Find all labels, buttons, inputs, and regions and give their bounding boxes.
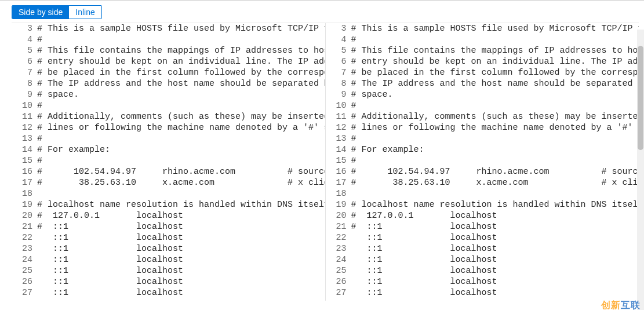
- code-line[interactable]: 12# lines or following the machine name …: [12, 122, 325, 133]
- line-number: 14: [12, 144, 37, 155]
- scrollbar-thumb[interactable]: [638, 46, 643, 150]
- line-text: # 38.25.63.10 x.acme.com # x client hos: [37, 177, 325, 188]
- line-number: 8: [326, 78, 351, 89]
- code-line[interactable]: 27 ::1 localhost: [12, 287, 325, 298]
- code-line[interactable]: 20# 127.0.0.1 localhost: [12, 210, 325, 221]
- code-line[interactable]: 20# 127.0.0.1 localhost: [326, 210, 639, 221]
- line-text: # This is a sample HOSTS file used by Mi…: [37, 23, 325, 34]
- code-line[interactable]: 25 ::1 localhost: [12, 265, 325, 276]
- code-line[interactable]: 22 ::1 localhost: [12, 232, 325, 243]
- code-line[interactable]: 11# Additionally, comments (such as thes…: [326, 111, 639, 122]
- line-text: #: [37, 100, 325, 111]
- code-line[interactable]: 6# entry should be kept on an individual…: [326, 56, 639, 67]
- line-number: 12: [12, 122, 37, 133]
- code-line[interactable]: 8# The IP address and the host name shou…: [326, 78, 639, 89]
- code-line[interactable]: 26 ::1 localhost: [326, 276, 639, 287]
- code-line[interactable]: 5# This file contains the mappings of IP…: [326, 45, 639, 56]
- line-text: # be placed in the first column followed…: [37, 67, 325, 78]
- line-number: 19: [326, 199, 351, 210]
- code-line[interactable]: 7# be placed in the first column followe…: [326, 67, 639, 78]
- code-line[interactable]: 14# For example:: [326, 144, 639, 155]
- diff-viewer: Side by side Inline 3# This is a sample …: [0, 0, 644, 314]
- line-number: 24: [326, 254, 351, 265]
- code-line[interactable]: 18: [12, 188, 325, 199]
- line-number: 5: [12, 45, 37, 56]
- line-text: #: [37, 133, 325, 144]
- code-line[interactable]: 23 ::1 localhost: [326, 243, 639, 254]
- line-number: 19: [12, 199, 37, 210]
- code-line[interactable]: 25 ::1 localhost: [326, 265, 639, 276]
- line-number: 18: [326, 188, 351, 199]
- code-line[interactable]: 8# The IP address and the host name shou…: [12, 78, 325, 89]
- line-text: # ::1 localhost: [37, 221, 325, 232]
- line-text: # lines or following the machine name de…: [351, 122, 639, 133]
- code-line[interactable]: 17# 38.25.63.10 x.acme.com # x client ho…: [326, 177, 639, 188]
- vertical-scrollbar[interactable]: [637, 30, 644, 310]
- line-number: 3: [326, 23, 351, 34]
- line-number: 8: [12, 78, 37, 89]
- line-text: ::1 localhost: [37, 265, 325, 276]
- code-line[interactable]: 11# Additionally, comments (such as thes…: [12, 111, 325, 122]
- line-number: 18: [12, 188, 37, 199]
- inline-tab[interactable]: Inline: [69, 6, 101, 19]
- line-number: 20: [12, 210, 37, 221]
- code-line[interactable]: 24 ::1 localhost: [12, 254, 325, 265]
- code-line[interactable]: 9# space.: [326, 89, 639, 100]
- code-line[interactable]: 10#: [326, 100, 639, 111]
- code-line[interactable]: 12# lines or following the machine name …: [326, 122, 639, 133]
- code-line[interactable]: 10#: [12, 100, 325, 111]
- code-line[interactable]: 16# 102.54.94.97 rhino.acme.com # source…: [326, 166, 639, 177]
- code-line[interactable]: 18: [326, 188, 639, 199]
- code-line[interactable]: 16# 102.54.94.97 rhino.acme.com # source…: [12, 166, 325, 177]
- code-line[interactable]: 6# entry should be kept on an individual…: [12, 56, 325, 67]
- code-line[interactable]: 23 ::1 localhost: [12, 243, 325, 254]
- line-number: 3: [12, 23, 37, 34]
- code-line[interactable]: 7# be placed in the first column followe…: [12, 67, 325, 78]
- code-line[interactable]: 21# ::1 localhost: [12, 221, 325, 232]
- code-line[interactable]: 19# localhost name resolution is handled…: [12, 199, 325, 210]
- code-line[interactable]: 27 ::1 localhost: [326, 287, 639, 298]
- code-line[interactable]: 5# This file contains the mappings of IP…: [12, 45, 325, 56]
- view-mode-segmented: Side by side Inline: [12, 5, 102, 19]
- side-by-side-tab[interactable]: Side by side: [12, 6, 69, 19]
- line-text: ::1 localhost: [37, 232, 325, 243]
- code-line[interactable]: 14# For example:: [12, 144, 325, 155]
- view-mode-toolbar: Side by side Inline: [0, 1, 644, 23]
- code-line[interactable]: 4#: [326, 34, 639, 45]
- line-text: [351, 188, 639, 199]
- code-line[interactable]: 15#: [12, 155, 325, 166]
- line-text: #: [351, 34, 639, 45]
- code-line[interactable]: 21# ::1 localhost: [326, 221, 639, 232]
- line-text: # 127.0.0.1 localhost: [351, 210, 639, 221]
- line-text: # entry should be kept on an individual …: [37, 56, 325, 67]
- line-text: ::1 localhost: [37, 243, 325, 254]
- code-line[interactable]: 4#: [12, 34, 325, 45]
- line-text: # This file contains the mappings of IP …: [37, 45, 325, 56]
- line-text: #: [351, 133, 639, 144]
- code-line[interactable]: 24 ::1 localhost: [326, 254, 639, 265]
- line-number: 21: [326, 221, 351, 232]
- line-number: 7: [12, 67, 37, 78]
- line-text: # localhost name resolution is handled w…: [37, 199, 325, 210]
- line-number: 25: [326, 265, 351, 276]
- code-line[interactable]: 3# This is a sample HOSTS file used by M…: [326, 23, 639, 34]
- code-line[interactable]: 19# localhost name resolution is handled…: [326, 199, 639, 210]
- code-line[interactable]: 15#: [326, 155, 639, 166]
- line-text: # 102.54.94.97 rhino.acme.com # source s…: [37, 166, 325, 177]
- right-pane[interactable]: 3# This is a sample HOSTS file used by M…: [326, 23, 639, 301]
- code-line[interactable]: 13#: [12, 133, 325, 144]
- code-line[interactable]: 13#: [326, 133, 639, 144]
- code-line[interactable]: 3# This is a sample HOSTS file used by M…: [12, 23, 325, 34]
- code-line[interactable]: 17# 38.25.63.10 x.acme.com # x client ho…: [12, 177, 325, 188]
- code-line[interactable]: 22 ::1 localhost: [326, 232, 639, 243]
- line-text: ::1 localhost: [351, 243, 639, 254]
- diff-panes: 3# This is a sample HOSTS file used by M…: [12, 23, 639, 301]
- left-pane[interactable]: 3# This is a sample HOSTS file used by M…: [12, 23, 326, 301]
- line-text: # The IP address and the host name shoul…: [37, 78, 325, 89]
- code-line[interactable]: 9# space.: [12, 89, 325, 100]
- code-line[interactable]: 26 ::1 localhost: [12, 276, 325, 287]
- line-text: # localhost name resolution is handled w…: [351, 199, 639, 210]
- line-text: #: [37, 155, 325, 166]
- line-number: 27: [326, 287, 351, 298]
- line-text: # Additionally, comments (such as these)…: [37, 111, 325, 122]
